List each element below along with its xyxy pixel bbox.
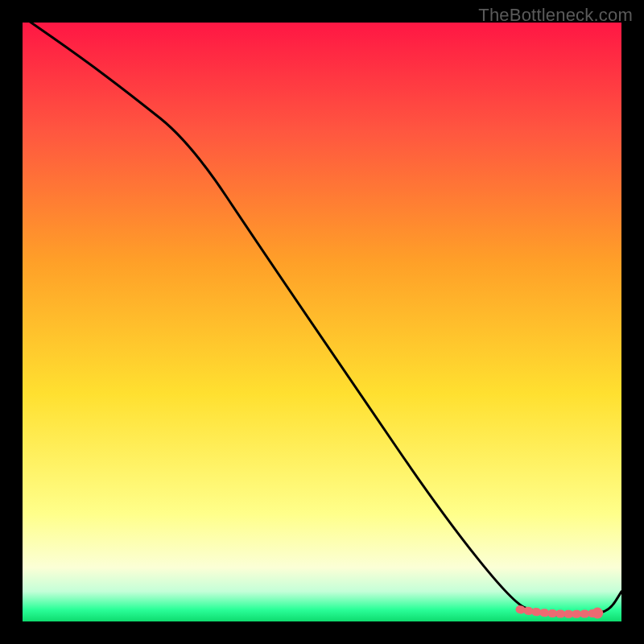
chart-svg (23, 23, 621, 621)
watermark-text: TheBottleneck.com (478, 5, 633, 26)
chart-plot-area (23, 23, 621, 621)
chart-container: TheBottleneck.com (0, 0, 644, 644)
optimal-range-track (520, 609, 598, 614)
optimal-range-end-marker (592, 608, 603, 619)
gradient-background (23, 23, 621, 621)
